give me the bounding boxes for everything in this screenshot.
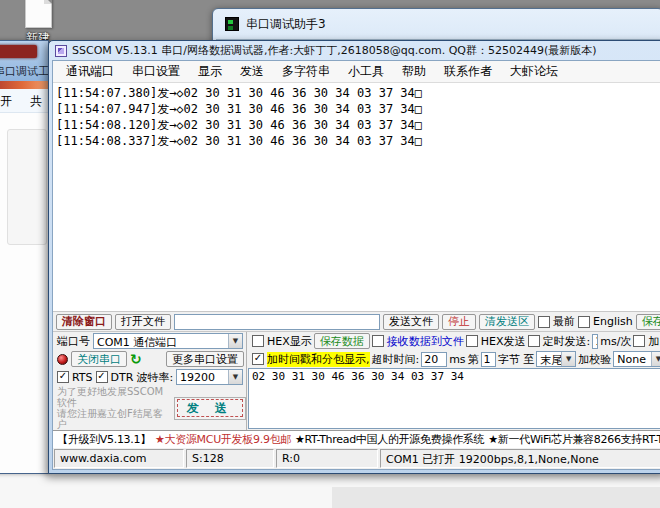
ad-rt-thread: ★RT-Thread中国人的开源免费操作系统 — [295, 432, 484, 447]
timed-send-unit: ms/次 — [600, 334, 631, 349]
chevron-down-icon[interactable] — [228, 370, 242, 384]
save-params-button[interactable]: 保存参数 — [636, 314, 660, 330]
sscom-app-icon — [55, 45, 67, 57]
new-file-icon — [25, 0, 52, 28]
ad-wifi-chip: ★新一代WiFi芯片兼容8266支持RT-Thread — [488, 432, 660, 447]
rts-checkbox[interactable]: RTS — [57, 371, 93, 384]
receive-to-file-checkbox[interactable]: 接收数据到文件 — [372, 334, 464, 349]
notice-bar: 【升级到V5.13.1】 ★大资源MCU开发板9.9包邮 ★RT-Thread中… — [53, 430, 660, 447]
menu-item-display[interactable]: 显示 — [189, 61, 231, 82]
checkbox-box — [96, 371, 108, 383]
menu-item-multi-string[interactable]: 多字符串 — [273, 61, 339, 82]
menu-item-contact-author[interactable]: 联系作者 — [435, 61, 501, 82]
sscom-client: 通讯端口 串口设置 显示 发送 多字符串 小工具 帮助 联系作者 大虾论坛 [1… — [52, 60, 660, 470]
menu-item-comm-port[interactable]: 通讯端口 — [57, 61, 123, 82]
timeout-input[interactable]: 20 — [421, 352, 447, 367]
sscom-titlebar[interactable]: SSCOM V5.13.1 串口/网络数据调试器,作者:大虾丁丁,2618058… — [49, 41, 660, 60]
checkbox-box — [466, 335, 478, 347]
left-window-title: 串口调试工具 — [0, 64, 48, 79]
status-port-state: COM1 已打开 19200bps,8,1,None,None — [380, 449, 660, 468]
byte-prefix-label: 第 — [468, 352, 479, 367]
dtr-checkbox[interactable]: DTR — [96, 371, 134, 384]
stop-button[interactable]: 停止 — [442, 314, 476, 330]
checksum-label: 加校验 — [578, 352, 611, 367]
left-background-window[interactable]: 串口调试工具 打开 共 — [0, 40, 49, 474]
status-bar: www.daxia.com S:128 R:0 COM1 已打开 19200bp… — [53, 447, 660, 469]
english-checkbox[interactable]: English — [578, 315, 633, 328]
checksum-select[interactable]: None — [613, 351, 660, 367]
timed-send-checkbox[interactable]: 定时发送: — [528, 334, 591, 349]
save-data-button[interactable]: 保存数据 — [314, 333, 370, 349]
byte-suffix-label: 字节 至 — [498, 352, 535, 367]
menu-item-serial-settings[interactable]: 串口设置 — [123, 61, 189, 82]
left-window-toolbar: 打开 共 — [0, 89, 48, 113]
chevron-down-icon[interactable] — [651, 352, 660, 366]
send-button[interactable]: 发 送 — [174, 397, 246, 420]
checkbox-box — [252, 353, 264, 365]
register-ad-text: 为了更好地发展SSCOM软件 请您注册嘉立创F结尾客户 — [57, 386, 170, 430]
menu-item-help[interactable]: 帮助 — [393, 61, 435, 82]
chevron-down-icon[interactable] — [561, 352, 575, 366]
send-file-button[interactable]: 发送文件 — [383, 314, 439, 330]
menu-item-tools[interactable]: 小工具 — [339, 61, 393, 82]
crlf-checkbox[interactable]: 加回车换行 — [633, 334, 660, 349]
menubar: 通讯端口 串口设置 显示 发送 多字符串 小工具 帮助 联系作者 大虾论坛 — [53, 61, 660, 83]
receive-area[interactable]: [11:54:07.380]发→◇02 30 31 30 46 36 30 34… — [53, 83, 660, 311]
checkbox-box — [372, 335, 384, 347]
controls-area: 端口号 COM1 通信端口 关闭串口 更多串口设置 — [53, 331, 660, 430]
port-status-icon — [57, 354, 68, 365]
background-bottom-shade — [332, 487, 660, 508]
hex-display-checkbox[interactable]: HEX显示 — [252, 334, 312, 349]
left-window-titlebar[interactable]: 串口调试工具 — [0, 41, 48, 81]
hex-send-checkbox[interactable]: HEX发送 — [466, 334, 526, 349]
left-window-red-banner — [0, 45, 37, 58]
port-panel: 端口号 COM1 通信端口 关闭串口 更多串口设置 — [53, 332, 247, 430]
open-file-button[interactable]: 打开文件 — [115, 314, 171, 330]
log-line: [11:54:07.947]发→◇02 30 31 30 46 36 30 34… — [56, 101, 660, 117]
more-serial-settings-button[interactable]: 更多串口设置 — [166, 351, 244, 367]
upgrade-notice: 【升级到V5.13.1】 — [57, 432, 151, 447]
timed-send-interval-input[interactable]: 1000 — [592, 334, 598, 349]
left-window-share-button[interactable]: 共 — [30, 93, 42, 110]
close-port-button[interactable]: 关闭串口 — [71, 351, 127, 367]
sscom-title: SSCOM V5.13.1 串口/网络数据调试器,作者:大虾丁丁,2618058… — [72, 43, 597, 58]
checkbox-box — [57, 371, 69, 383]
checkbox-box — [252, 335, 264, 347]
refresh-ports-icon[interactable] — [130, 352, 142, 366]
status-sent-count: S:128 — [186, 449, 274, 468]
menu-item-forum[interactable]: 大虾论坛 — [501, 61, 567, 82]
log-line: [11:54:08.120]发→◇02 30 31 30 46 36 30 34… — [56, 117, 660, 133]
left-window-open-button[interactable]: 打开 — [0, 93, 12, 110]
clear-window-button[interactable]: 清除窗口 — [56, 314, 112, 330]
background-bottom-band — [0, 474, 660, 508]
status-received-count: R:0 — [276, 449, 378, 468]
timeout-unit: ms — [449, 353, 465, 366]
file-path-input[interactable] — [174, 314, 380, 330]
screen: 新建 串口调试工具 打开 共 串口调试助手3 SSCOM V — [0, 0, 660, 508]
sscom-window: SSCOM V5.13.1 串口/网络数据调试器,作者:大虾丁丁,2618058… — [48, 40, 660, 474]
baud-select[interactable]: 19200 — [176, 369, 243, 385]
topmost-checkbox[interactable]: 最前 — [538, 314, 575, 329]
ad-link-mcu-board[interactable]: ★大资源MCU开发板9.9包邮 — [155, 432, 291, 447]
timestamp-checkbox[interactable]: 加时间戳和分包显示, — [252, 352, 370, 367]
menu-item-send[interactable]: 发送 — [231, 61, 273, 82]
byte-index-input[interactable]: 1 — [481, 352, 496, 367]
chevron-down-icon[interactable] — [228, 334, 242, 348]
checkbox-box — [633, 335, 645, 347]
left-window-panel — [7, 129, 47, 245]
send-options-panel: HEX显示 保存数据 接收数据到文件 HEX发送 — [247, 332, 660, 430]
checkbox-box — [538, 316, 550, 328]
port-select[interactable]: COM1 通信端口 — [93, 333, 243, 349]
send-data-input[interactable]: 02 30 31 30 46 36 30 34 03 37 34 — [248, 368, 660, 429]
timeout-label: 超时时间: — [372, 352, 420, 367]
range-end-select[interactable]: 末尾 — [536, 351, 576, 367]
baud-label: 波特率: — [136, 370, 173, 385]
assistant-app-icon — [225, 17, 239, 31]
clear-send-area-button[interactable]: 清发送区 — [479, 314, 535, 330]
toolbar-row: 清除窗口 打开文件 发送文件 停止 清发送区 最前 English 保存参数 扩… — [53, 311, 660, 331]
log-line: [11:54:08.337]发→◇02 30 31 30 46 36 30 34… — [56, 133, 660, 149]
port-label: 端口号 — [57, 334, 90, 349]
left-window-accent-bar — [0, 81, 48, 89]
assistant-titlebar[interactable]: 串口调试助手3 — [213, 9, 660, 39]
left-window-body — [0, 113, 48, 473]
